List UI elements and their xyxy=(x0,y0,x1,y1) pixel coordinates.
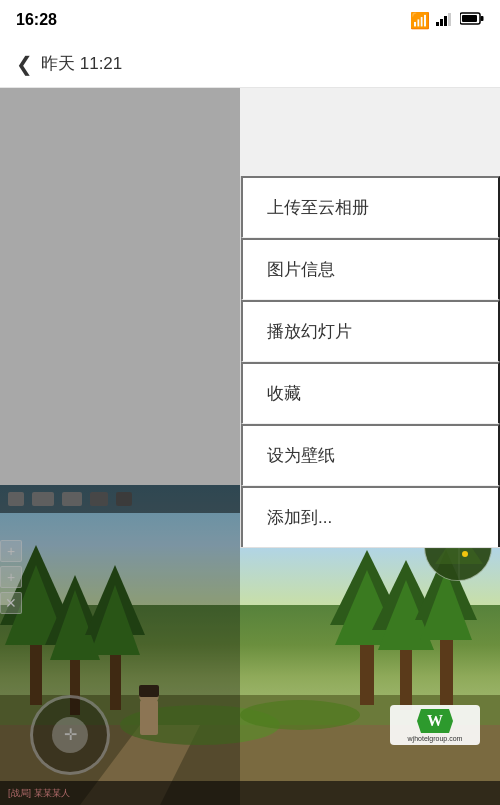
svg-rect-6 xyxy=(462,15,477,22)
menu-item-image-info[interactable]: 图片信息 xyxy=(241,238,500,300)
watermark-logo-svg: W xyxy=(417,709,453,733)
back-button[interactable]: ❮ xyxy=(16,52,33,76)
status-time: 16:28 xyxy=(16,11,57,29)
watermark-text: wjhotelgroup.com xyxy=(408,735,463,742)
svg-rect-1 xyxy=(440,19,443,26)
menu-item-set-wallpaper[interactable]: 设为壁纸 xyxy=(241,424,500,486)
menu-item-slideshow[interactable]: 播放幻灯片 xyxy=(241,300,500,362)
main-content: 11:56 136 xyxy=(0,88,500,805)
overlay-dim[interactable] xyxy=(0,88,240,805)
battery-icon xyxy=(460,11,484,29)
svg-rect-2 xyxy=(444,16,447,26)
back-arrow-icon: ❮ xyxy=(16,52,33,76)
svg-text:W: W xyxy=(427,712,443,729)
svg-rect-3 xyxy=(448,13,451,26)
svg-rect-0 xyxy=(436,22,439,26)
nav-bar: ❮ 昨天 11:21 xyxy=(0,40,500,88)
status-bar: 16:28 📶 xyxy=(0,0,500,40)
svg-point-29 xyxy=(240,700,360,730)
menu-item-upload-cloud[interactable]: 上传至云相册 xyxy=(241,176,500,238)
svg-rect-5 xyxy=(481,16,484,21)
signal-icon xyxy=(436,12,454,29)
menu-item-collect[interactable]: 收藏 xyxy=(241,362,500,424)
context-menu: 上传至云相册 图片信息 播放幻灯片 收藏 设为壁纸 添加到... xyxy=(240,176,500,548)
nav-title: 昨天 11:21 xyxy=(41,52,122,75)
watermark: W wjhotelgroup.com xyxy=(390,705,480,745)
status-icons: 📶 xyxy=(410,11,484,30)
wifi-icon: 📶 xyxy=(410,11,430,30)
menu-item-add-to[interactable]: 添加到... xyxy=(241,486,500,547)
